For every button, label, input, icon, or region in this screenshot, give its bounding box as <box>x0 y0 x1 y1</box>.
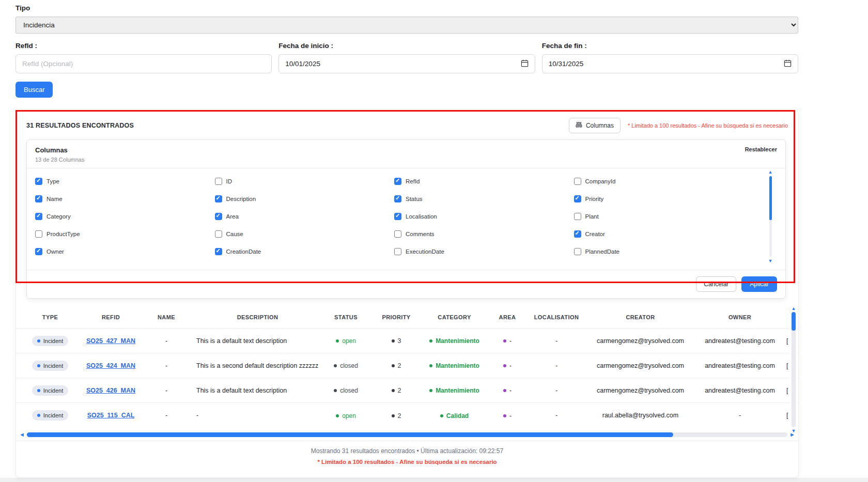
column-checkbox-status[interactable]: Status <box>394 190 574 208</box>
column-checkbox-creator[interactable]: Creator <box>574 225 754 243</box>
checkbox-icon[interactable] <box>35 213 42 220</box>
col-header-localisation[interactable]: LOCALISATION <box>525 314 587 320</box>
checkbox-icon[interactable] <box>394 248 401 255</box>
checkbox-icon[interactable] <box>215 213 222 220</box>
column-checkbox-area[interactable]: Area <box>215 208 395 225</box>
scrollbar-thumb[interactable] <box>27 432 673 437</box>
type-dot-icon <box>37 414 40 417</box>
type-badge: Incident <box>32 385 69 396</box>
checkbox-icon[interactable] <box>574 195 581 203</box>
checkbox-icon[interactable] <box>215 178 222 185</box>
col-header-owner[interactable]: OWNER <box>693 314 786 320</box>
checkbox-icon[interactable] <box>394 195 401 203</box>
fecha-inicio-value: 10/01/2025 <box>285 60 320 68</box>
refid-link[interactable]: SO25_427_MAN <box>86 337 135 345</box>
checkbox-icon[interactable] <box>394 178 401 185</box>
column-checkbox-description[interactable]: Description <box>215 190 395 208</box>
col-header-type[interactable]: TYPE <box>24 314 76 320</box>
column-checkbox-category[interactable]: Category <box>35 208 215 225</box>
scrollbar-track[interactable] <box>27 432 787 437</box>
columns-panel-subtitle: 13 de 28 Columnas <box>35 157 84 163</box>
buscar-button[interactable]: Buscar <box>16 82 53 98</box>
checkbox-icon[interactable] <box>35 195 42 203</box>
area-dot-icon <box>503 389 506 392</box>
checkbox-icon[interactable] <box>35 230 42 238</box>
refid-link[interactable]: SO25_426_MAN <box>86 387 135 394</box>
checkbox-icon[interactable] <box>574 178 581 185</box>
column-checkbox-executiondate[interactable]: ExecutionDate <box>394 243 574 260</box>
category-badge: Mantenimiento <box>429 387 479 394</box>
footer-limit-warning: * Limitado a 100 resultados - Afine su b… <box>16 459 798 465</box>
creator-cell: raul.abella@trysolved.com <box>587 412 693 419</box>
scroll-up-icon[interactable]: ▲ <box>768 169 773 175</box>
scrollbar-track[interactable] <box>769 176 772 257</box>
refid-link[interactable]: SO25_424_MAN <box>86 362 135 369</box>
scroll-down-icon[interactable]: ▼ <box>792 428 796 433</box>
column-checkbox-producttype[interactable]: ProductType <box>35 225 215 243</box>
col-header-category[interactable]: CATEGORY <box>420 314 489 320</box>
column-checkbox-creationdate[interactable]: CreationDate <box>215 243 395 260</box>
checkbox-icon[interactable] <box>215 230 222 238</box>
refid-link[interactable]: SO25_115_CAL <box>87 412 135 419</box>
table-row[interactable]: Incident SO25_115_CAL - - open 2 Calidad… <box>16 403 798 428</box>
column-checkbox-priority[interactable]: Priority <box>574 190 754 208</box>
scroll-up-icon[interactable]: ▲ <box>792 306 796 311</box>
checkbox-icon[interactable] <box>215 195 222 203</box>
column-checkbox-planneddate[interactable]: PlannedDate <box>574 243 754 260</box>
columns-button[interactable]: Columnas <box>569 118 621 133</box>
column-checkbox-owner[interactable]: Owner <box>35 243 215 260</box>
columns-panel-scrollbar[interactable]: ▲ ▼ <box>767 169 774 263</box>
checkbox-icon[interactable] <box>215 248 222 255</box>
apply-button[interactable]: Aplicar <box>741 276 777 292</box>
fecha-fin-input[interactable]: 10/31/2025 <box>542 54 798 73</box>
status-dot-icon <box>334 389 337 392</box>
checkbox-icon[interactable] <box>35 248 42 255</box>
col-header-area[interactable]: AREA <box>489 314 525 320</box>
checkbox-icon[interactable] <box>394 213 401 220</box>
reset-columns-link[interactable]: Restablecer <box>745 146 777 152</box>
scroll-down-icon[interactable]: ▼ <box>768 258 773 263</box>
checkbox-icon[interactable] <box>394 230 401 238</box>
col-header-name[interactable]: NAME <box>146 314 187 320</box>
scrollbar-track[interactable] <box>792 312 796 427</box>
checkbox-icon[interactable] <box>574 248 581 255</box>
category-badge: Mantenimiento <box>429 337 479 345</box>
checkbox-icon[interactable] <box>35 178 42 185</box>
column-checkbox-localisation[interactable]: Localisation <box>394 208 574 225</box>
priority-dot-icon <box>392 364 395 367</box>
col-header-refid[interactable]: REFID <box>76 314 146 320</box>
fecha-inicio-input[interactable]: 10/01/2025 <box>278 54 535 73</box>
calendar-icon[interactable] <box>521 59 529 69</box>
column-checkbox-id[interactable]: ID <box>215 173 395 190</box>
refid-input[interactable] <box>16 54 272 73</box>
column-checkbox-type[interactable]: Type <box>35 173 215 190</box>
priority-cell: 3 <box>392 337 401 345</box>
checkbox-icon[interactable] <box>574 213 581 220</box>
column-checkbox-comments[interactable]: Comments <box>394 225 574 243</box>
col-header-status[interactable]: STATUS <box>319 314 373 320</box>
col-header-priority[interactable]: PRIORITY <box>373 314 420 320</box>
results-card: 31 RESULTADOS ENCONTRADOS Columnas * Lim… <box>16 110 799 478</box>
col-header-description[interactable]: DESCRIPTION <box>187 314 319 320</box>
vertical-scrollbar[interactable]: ▲ ▼ <box>790 306 797 433</box>
cancel-button[interactable]: Cancelar <box>696 276 736 292</box>
column-checkbox-plant[interactable]: Plant <box>574 208 754 225</box>
col-header-creator[interactable]: CREATOR <box>587 314 693 320</box>
column-checkbox-refid[interactable]: RefId <box>394 173 574 190</box>
tipo-select[interactable]: Incidencia <box>16 17 798 34</box>
type-badge: Incident <box>32 410 69 421</box>
scrollbar-thumb[interactable] <box>792 312 796 331</box>
scroll-left-icon[interactable]: ◄ <box>19 432 25 438</box>
fecha-fin-field-group: Fecha de fin : 10/31/2025 <box>542 42 798 73</box>
column-checkbox-companyid[interactable]: CompanyId <box>574 173 754 190</box>
scrollbar-thumb[interactable] <box>769 176 772 220</box>
column-checkbox-name[interactable]: Name <box>35 190 215 208</box>
table-row[interactable]: Incident SO25_427_MAN - This is a defaul… <box>16 329 798 353</box>
fecha-fin-label: Fecha de fin : <box>542 42 798 50</box>
checkbox-icon[interactable] <box>574 230 581 238</box>
calendar-icon[interactable] <box>784 59 792 69</box>
table-row[interactable]: Incident SO25_426_MAN - This is a defaul… <box>16 378 798 403</box>
table-row[interactable]: Incident SO25_424_MAN - This is a second… <box>16 353 798 378</box>
column-checkbox-cause[interactable]: Cause <box>215 225 395 243</box>
horizontal-scrollbar[interactable]: ◄ ► <box>16 428 798 441</box>
